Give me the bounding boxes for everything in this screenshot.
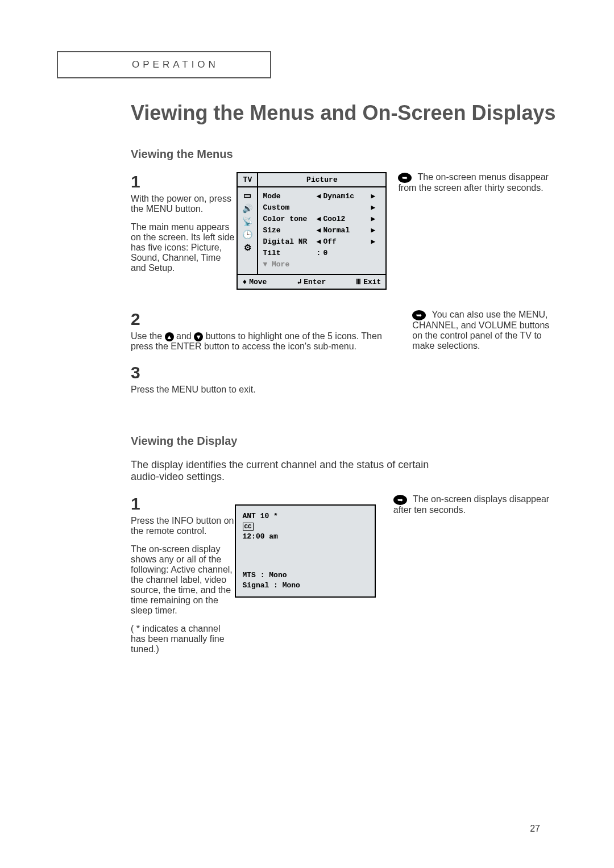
display-intro: The display identifies the current chann… xyxy=(131,459,449,483)
osd-info-cc: CC xyxy=(243,523,254,531)
step1-text-b: the MENU button. xyxy=(131,204,237,214)
note-menus-2: You can also use the MENU, CHANNEL, and … xyxy=(412,310,549,350)
time-icon: 🕒 xyxy=(242,230,253,239)
note-display: The on-screen displays disappear after t… xyxy=(393,494,549,515)
display-step1-p3: ( * indicates a channel has been manuall… xyxy=(131,624,235,654)
step1-text-a: With the power on, press xyxy=(131,194,237,204)
page-number: 27 xyxy=(530,824,540,834)
step-number-1: 1 xyxy=(131,172,237,191)
down-button-icon: ▼ xyxy=(194,332,203,341)
operation-label: OPERATION xyxy=(132,59,219,70)
step-number-3: 3 xyxy=(131,363,449,382)
channel-icon: 📡 xyxy=(242,217,253,226)
exit-icon: Ⅲ xyxy=(356,277,361,286)
note-icon: ➥ xyxy=(398,173,412,183)
step1-text-c: The main menu appears on the screen. Its… xyxy=(131,222,237,273)
move-icon: ♦ xyxy=(242,278,247,286)
osd-title: Picture xyxy=(258,173,385,186)
osd-info-time: 12:00 am xyxy=(243,532,368,542)
osd-row-colortone: Color tone ◀ Cool2 ▶ xyxy=(263,214,381,225)
osd-footer-exit: Exit xyxy=(363,278,381,286)
operation-header: OPERATION xyxy=(57,51,271,78)
osd-footer: ♦Move ↲Enter ⅢExit xyxy=(238,274,385,289)
osd-row-digitalnr: Digital NR ◀ Off ▶ xyxy=(263,236,381,248)
step-number-2: 2 xyxy=(131,310,401,329)
note-icon: ➥ xyxy=(412,310,426,320)
osd-row-tilt: Tilt : 0 xyxy=(263,248,381,259)
display-step1-p2: The on-screen display shows any or all o… xyxy=(131,544,235,616)
step3-text: Press the MENU button to exit. xyxy=(131,385,449,395)
osd-info-signal: Signal : Mono xyxy=(243,581,368,591)
osd-row-size: Size ◀ Normal ▶ xyxy=(263,225,381,236)
step2-text-a: Use the xyxy=(131,331,165,341)
section-heading-display: Viewing the Display xyxy=(131,435,557,448)
osd-picture-menu: TV Picture ▭ 🔊 📡 🕒 ⚙ Mode ◀ xyxy=(237,172,387,290)
display-step1-p1: Press the INFO button on the remote cont… xyxy=(131,516,235,536)
step2-text-b: and xyxy=(176,331,194,341)
enter-icon: ↲ xyxy=(297,277,301,286)
osd-row-mode: Mode ◀ Dynamic ▶ xyxy=(263,191,381,202)
note-menus-1: The on-screen menus disappear from the s… xyxy=(398,172,549,193)
osd-footer-move: Move xyxy=(249,278,267,286)
osd-info-mts: MTS : Mono xyxy=(243,570,368,581)
setup-icon: ⚙ xyxy=(244,243,251,252)
display-step-number-1: 1 xyxy=(131,494,235,514)
picture-icon: ▭ xyxy=(243,191,251,199)
osd-footer-enter: Enter xyxy=(304,278,326,286)
osd-row-custom: Custom ▶ xyxy=(263,202,381,214)
osd-info-display: ANT 10 * CC 12:00 am MTS : Mono Signal :… xyxy=(235,504,376,598)
up-button-icon: ▲ xyxy=(165,332,174,341)
osd-tv-label: TV xyxy=(238,173,258,186)
osd-info-ant: ANT 10 * xyxy=(243,511,368,521)
sound-icon: 🔊 xyxy=(242,204,253,212)
page-title: Viewing the Menus and On-Screen Displays xyxy=(131,101,557,125)
osd-sidebar-icons: ▭ 🔊 📡 🕒 ⚙ xyxy=(238,187,258,274)
note-icon: ➥ xyxy=(393,495,407,505)
osd-row-more: ▼ More xyxy=(263,259,381,270)
section-heading-menus: Viewing the Menus xyxy=(131,148,557,161)
